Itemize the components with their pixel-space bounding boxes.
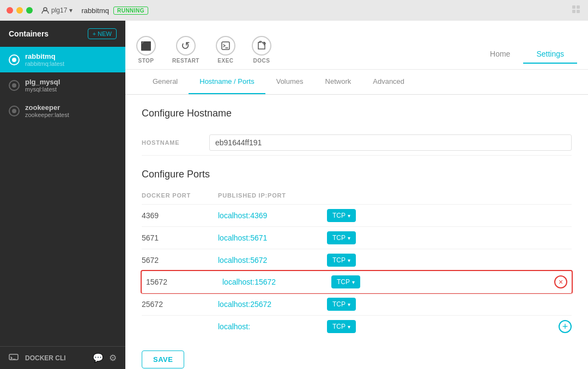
settings-icon[interactable]: ⚙ xyxy=(109,353,117,363)
main-content: ⬛ STOP ↺ RESTART EXEC xyxy=(125,21,588,369)
published-port-5671[interactable]: localhost:5671 xyxy=(218,233,327,242)
rabbitmq-item-text: rabbitmq rabbitmq:latest xyxy=(25,52,64,67)
published-port-col-header: PUBLISHED IP:PORT xyxy=(218,192,327,199)
port-row-5672: 5672 localhost:5672 TCP xyxy=(142,249,572,271)
docker-port-5672: 5672 xyxy=(142,256,218,265)
tcp-button-4369[interactable]: TCP xyxy=(327,209,356,222)
toolbar: ⬛ STOP ↺ RESTART EXEC xyxy=(125,21,588,70)
mysql-name: plg_mysql xyxy=(25,78,60,86)
tcp-button-15672[interactable]: TCP xyxy=(331,275,360,288)
published-port-new[interactable]: localhost: xyxy=(218,322,327,331)
home-settings-tabs: Home Settings xyxy=(477,21,577,64)
docker-port-col-header: DOCKER PORT xyxy=(142,192,218,199)
minimize-button[interactable] xyxy=(16,7,23,14)
zookeeper-status-icon xyxy=(9,106,20,116)
user-menu[interactable]: plg17 ▾ xyxy=(41,7,72,14)
port-actions-15672: × xyxy=(554,275,567,288)
stop-icon: ⬛ xyxy=(136,36,156,56)
docker-port-4369: 4369 xyxy=(142,211,218,220)
zookeeper-name: zookeeper xyxy=(25,103,69,112)
hostname-section-title: Configure Hostname xyxy=(142,108,572,119)
port-row-4369: 4369 localhost:4369 TCP xyxy=(142,204,572,226)
hostname-field-label: HOSTNAME xyxy=(142,139,196,146)
titlebar: plg17 ▾ rabbitmq RUNNING xyxy=(0,0,588,21)
restart-action[interactable]: ↺ RESTART xyxy=(172,36,199,64)
settings-area: Configure Hostname HOSTNAME Configure Po… xyxy=(125,95,588,369)
settings-tabs: General Hostname / Ports Volumes Network… xyxy=(125,70,588,95)
exec-label: EXEC xyxy=(217,58,233,64)
save-button[interactable]: SAVE xyxy=(142,350,184,368)
message-icon[interactable]: 💬 xyxy=(93,353,104,363)
zookeeper-item-text: zookeeper zookeeper:latest xyxy=(25,103,69,118)
sidebar-item-zookeeper[interactable]: zookeeper zookeeper:latest xyxy=(0,98,125,124)
tab-advanced[interactable]: Advanced xyxy=(362,70,415,94)
sidebar-header: Containers + NEW xyxy=(0,21,125,47)
running-badge: RUNNING xyxy=(113,7,148,15)
docker-port-25672: 25672 xyxy=(142,300,218,309)
sidebar-item-rabbitmq[interactable]: rabbitmq rabbitmq:latest xyxy=(0,47,125,72)
restart-label: RESTART xyxy=(172,58,199,64)
tcp-button-5671[interactable]: TCP xyxy=(327,231,356,244)
sidebar-bottom-actions: 💬 ⚙ xyxy=(93,353,117,363)
exec-icon xyxy=(216,36,235,56)
zookeeper-sub: zookeeper:latest xyxy=(25,112,69,118)
new-container-button[interactable]: + NEW xyxy=(88,28,117,39)
sidebar: Containers + NEW rabbitmq rabbitmq:lates… xyxy=(0,21,125,369)
docker-port-15672: 15672 xyxy=(146,278,222,286)
titlebar-right-icon xyxy=(571,4,581,17)
hostname-input[interactable] xyxy=(209,134,572,151)
published-port-15672[interactable]: localhost:15672 xyxy=(222,278,331,286)
sidebar-bottom: DOCKER CLI 💬 ⚙ xyxy=(0,346,125,369)
settings-content: Configure Hostname HOSTNAME Configure Po… xyxy=(125,95,588,369)
user-chevron-icon: ▾ xyxy=(69,7,72,14)
ports-section-title: Configure Ports xyxy=(142,169,572,180)
rabbitmq-name: rabbitmq xyxy=(25,52,64,60)
close-button[interactable] xyxy=(7,7,13,14)
mysql-status-icon xyxy=(9,80,20,91)
exec-action[interactable]: EXEC xyxy=(216,36,235,64)
mysql-item-text: plg_mysql mysql:latest xyxy=(25,78,60,93)
tab-hostname-ports[interactable]: Hostname / Ports xyxy=(189,70,265,94)
maximize-button[interactable] xyxy=(26,7,33,14)
add-port-button[interactable]: + xyxy=(559,320,572,333)
containers-label: Containers xyxy=(9,29,49,38)
tcp-button-5672[interactable]: TCP xyxy=(327,254,356,267)
tab-volumes[interactable]: Volumes xyxy=(265,70,314,94)
traffic-lights xyxy=(7,7,33,14)
hostname-row: HOSTNAME xyxy=(142,130,572,156)
tab-network[interactable]: Network xyxy=(314,70,362,94)
svg-rect-4 xyxy=(577,10,580,13)
app-name-label: rabbitmq xyxy=(81,7,109,15)
docs-action[interactable]: DOCS xyxy=(252,36,271,64)
restart-icon: ↺ xyxy=(176,36,196,56)
docker-cli-icon xyxy=(9,352,19,364)
ports-table-header: DOCKER PORT PUBLISHED IP:PORT xyxy=(142,189,572,202)
docs-label: DOCS xyxy=(253,58,270,64)
rabbitmq-sub: rabbitmq:latest xyxy=(25,60,64,67)
remove-port-15672-button[interactable]: × xyxy=(554,275,567,288)
port-row-add: localhost: TCP + xyxy=(142,315,572,337)
stop-label: STOP xyxy=(138,58,154,64)
mysql-sub: mysql:latest xyxy=(25,86,60,93)
svg-rect-3 xyxy=(572,10,575,13)
port-row-5671: 5671 localhost:5671 TCP xyxy=(142,226,572,249)
svg-rect-1 xyxy=(572,5,575,9)
published-port-4369[interactable]: localhost:4369 xyxy=(218,211,327,220)
rabbitmq-status-icon xyxy=(9,54,20,65)
svg-rect-2 xyxy=(577,5,580,9)
tcp-button-25672[interactable]: TCP xyxy=(327,298,356,311)
port-actions-add: + xyxy=(559,320,572,333)
docker-cli-label[interactable]: DOCKER CLI xyxy=(25,354,66,362)
tab-home[interactable]: Home xyxy=(477,45,523,64)
port-row-25672: 25672 localhost:25672 TCP xyxy=(142,293,572,315)
username-label: plg17 xyxy=(51,7,67,14)
sidebar-item-plg-mysql[interactable]: plg_mysql mysql:latest xyxy=(0,72,125,98)
tab-settings[interactable]: Settings xyxy=(523,45,577,64)
published-port-25672[interactable]: localhost:25672 xyxy=(218,300,327,309)
tcp-button-new[interactable]: TCP xyxy=(327,320,356,333)
tab-general[interactable]: General xyxy=(142,70,189,94)
stop-action[interactable]: ⬛ STOP xyxy=(136,36,156,64)
app-title-area: rabbitmq RUNNING xyxy=(81,7,148,15)
docker-port-5671: 5671 xyxy=(142,233,218,242)
published-port-5672[interactable]: localhost:5672 xyxy=(218,256,327,265)
